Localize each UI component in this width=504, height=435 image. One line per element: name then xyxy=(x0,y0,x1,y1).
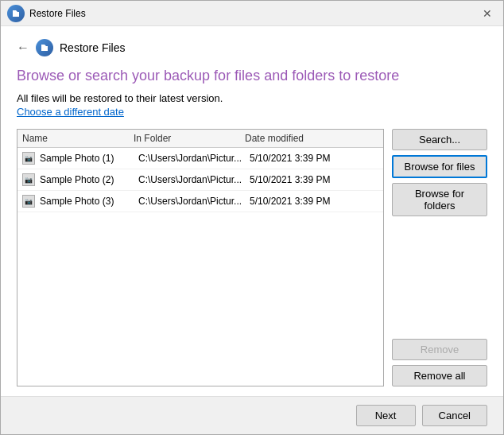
remove-all-button[interactable]: Remove all xyxy=(392,365,487,386)
choose-date-link[interactable]: Choose a different date xyxy=(17,106,487,118)
file-list-container: Name In Folder Date modified 📷Sample Pho… xyxy=(17,129,384,386)
file-icon: 📷 xyxy=(22,152,35,165)
close-button[interactable]: ✕ xyxy=(478,4,497,23)
file-folder: C:\Users\Jordan\Pictur... xyxy=(138,153,250,164)
browse-files-button[interactable]: Browse for files xyxy=(392,155,487,178)
back-button[interactable]: ← xyxy=(17,41,29,55)
remove-button[interactable]: Remove xyxy=(392,339,487,360)
title-bar: Restore Files ✕ xyxy=(1,1,503,26)
file-list-header: Name In Folder Date modified xyxy=(17,130,383,148)
side-buttons: Search... Browse for files Browse for fo… xyxy=(392,129,487,386)
table-row[interactable]: 📷Sample Photo (1)C:\Users\Jordan\Pictur.… xyxy=(17,148,383,169)
file-date: 5/10/2021 3:39 PM xyxy=(250,196,378,207)
nav-app-icon xyxy=(36,39,53,56)
file-name: Sample Photo (3) xyxy=(40,196,138,207)
main-area: Name In Folder Date modified 📷Sample Pho… xyxy=(17,129,487,386)
browse-folders-button[interactable]: Browse for folders xyxy=(392,183,487,216)
table-row[interactable]: 📷Sample Photo (3)C:\Users\Jordan\Pictur.… xyxy=(17,191,383,212)
page-heading: Browse or search your backup for files a… xyxy=(17,68,487,84)
file-folder: C:\Users\Jordan\Pictur... xyxy=(138,196,250,207)
col-folder-header: In Folder xyxy=(134,133,245,144)
app-icon xyxy=(7,5,25,22)
search-button[interactable]: Search... xyxy=(392,129,487,150)
file-name: Sample Photo (1) xyxy=(40,153,138,164)
col-name-header: Name xyxy=(22,133,134,144)
title-bar-left: Restore Files xyxy=(7,5,86,22)
window-title: Restore Files xyxy=(29,8,86,19)
cancel-button[interactable]: Cancel xyxy=(422,405,487,426)
footer: Next Cancel xyxy=(1,396,503,434)
file-folder: C:\Users\Jordan\Pictur... xyxy=(138,174,250,185)
file-date: 5/10/2021 3:39 PM xyxy=(250,153,378,164)
table-row[interactable]: 📷Sample Photo (2)C:\Users\Jordan\Pictur.… xyxy=(17,169,383,191)
col-date-header: Date modified xyxy=(245,133,378,144)
file-name: Sample Photo (2) xyxy=(40,174,138,185)
nav-row: ← Restore Files xyxy=(17,39,487,56)
restore-files-window: Restore Files ✕ ← Restore Files Browse o… xyxy=(0,0,504,435)
nav-title: Restore Files xyxy=(60,41,125,54)
side-spacer xyxy=(392,221,487,334)
next-button[interactable]: Next xyxy=(356,405,416,426)
file-icon: 📷 xyxy=(22,173,35,186)
content-area: ← Restore Files Browse or search your ba… xyxy=(1,26,503,396)
file-icon: 📷 xyxy=(22,195,35,208)
file-date: 5/10/2021 3:39 PM xyxy=(250,174,378,185)
sub-text: All files will be restored to their late… xyxy=(17,92,487,104)
file-list[interactable]: 📷Sample Photo (1)C:\Users\Jordan\Pictur.… xyxy=(17,148,383,386)
